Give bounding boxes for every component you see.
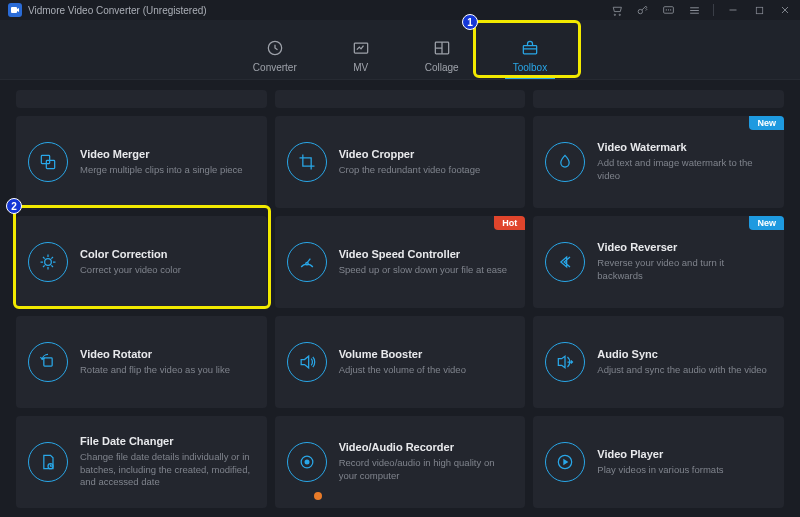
key-icon[interactable] <box>635 3 649 17</box>
new-badge: New <box>749 216 784 230</box>
toolbox-stage: Video Merger Merge multiple clips into a… <box>0 80 800 517</box>
speed-icon <box>287 242 327 282</box>
tool-card-color-correction[interactable]: Color Correction Correct your video colo… <box>16 216 267 308</box>
maximize-icon[interactable] <box>752 3 766 17</box>
svg-rect-10 <box>41 155 49 163</box>
tool-card-video-reverser[interactable]: New Video Reverser Reverse your video an… <box>533 216 784 308</box>
tab-label: MV <box>353 62 368 73</box>
tool-desc: Adjust and sync the audio with the video <box>597 364 770 377</box>
tool-desc: Play videos in various formats <box>597 464 770 477</box>
audio-sync-icon <box>545 342 585 382</box>
tool-desc: Record video/audio in high quality on yo… <box>339 457 512 483</box>
reverser-icon <box>545 242 585 282</box>
tool-title: Audio Sync <box>597 348 770 360</box>
tool-title: Video Reverser <box>597 241 770 253</box>
main-tabs: Converter MV Collage Toolbox 1 <box>0 20 800 80</box>
tab-label: Collage <box>425 62 459 73</box>
tool-title: Video Cropper <box>339 148 512 160</box>
rotator-icon <box>28 342 68 382</box>
tool-card-video-player[interactable]: Video Player Play videos in various form… <box>533 416 784 508</box>
tool-card-stub[interactable] <box>275 90 526 108</box>
tool-card-video-rotator[interactable]: Video Rotator Rotate and flip the video … <box>16 316 267 408</box>
new-badge: New <box>749 116 784 130</box>
svg-rect-9 <box>523 46 536 54</box>
player-icon <box>545 442 585 482</box>
close-icon[interactable] <box>778 3 792 17</box>
window-title: Vidmore Video Converter (Unregistered) <box>28 5 207 16</box>
tool-desc: Crop the redundant video footage <box>339 164 512 177</box>
collage-icon <box>432 38 452 58</box>
watermark-icon <box>545 142 585 182</box>
tool-card-file-date-changer[interactable]: File Date Changer Change file date detai… <box>16 416 267 508</box>
window-controls <box>609 3 792 17</box>
tool-title: Video Watermark <box>597 141 770 153</box>
tab-label: Toolbox <box>513 62 547 73</box>
mv-icon <box>351 38 371 58</box>
svg-point-1 <box>614 14 615 15</box>
notification-dot <box>314 492 322 500</box>
tool-desc: Add text and image watermark to the vide… <box>597 157 770 183</box>
tab-label: Converter <box>253 62 297 73</box>
tab-converter[interactable]: Converter <box>253 38 297 79</box>
annotation-badge-1: 1 <box>462 14 478 30</box>
tool-desc: Correct your video color <box>80 264 253 277</box>
tool-card-video-cropper[interactable]: Video Cropper Crop the redundant video f… <box>275 116 526 208</box>
tool-desc: Change file date details individually or… <box>80 451 253 489</box>
tab-collage[interactable]: Collage <box>425 38 459 79</box>
tool-title: Video/Audio Recorder <box>339 441 512 453</box>
svg-rect-14 <box>44 358 52 366</box>
color-correction-icon <box>28 242 68 282</box>
hot-badge: Hot <box>494 216 525 230</box>
tool-card-audio-sync[interactable]: Audio Sync Adjust and sync the audio wit… <box>533 316 784 408</box>
tool-desc: Adjust the volume of the video <box>339 364 512 377</box>
annotation-badge-2: 2 <box>6 198 22 214</box>
svg-point-3 <box>638 9 642 13</box>
tool-title: Video Player <box>597 448 770 460</box>
svg-point-12 <box>45 259 52 266</box>
recorder-icon <box>287 442 327 482</box>
titlebar: Vidmore Video Converter (Unregistered) <box>0 0 800 20</box>
toolbox-grid: Video Merger Merge multiple clips into a… <box>0 80 800 517</box>
merger-icon <box>28 142 68 182</box>
tool-card-volume-booster[interactable]: Volume Booster Adjust the volume of the … <box>275 316 526 408</box>
converter-icon <box>265 38 285 58</box>
feedback-icon[interactable] <box>661 3 675 17</box>
tab-toolbox[interactable]: Toolbox <box>513 38 547 79</box>
svg-point-17 <box>304 460 309 465</box>
tool-title: Video Merger <box>80 148 253 160</box>
tool-card-va-recorder[interactable]: Video/Audio Recorder Record video/audio … <box>275 416 526 508</box>
tool-card-video-merger[interactable]: Video Merger Merge multiple clips into a… <box>16 116 267 208</box>
tab-mv[interactable]: MV <box>351 38 371 79</box>
tool-card-video-speed[interactable]: Hot Video Speed Controller Speed up or s… <box>275 216 526 308</box>
cart-icon[interactable] <box>609 3 623 17</box>
tool-desc: Speed up or slow down your file at ease <box>339 264 512 277</box>
app-logo-icon <box>8 3 22 17</box>
tool-desc: Rotate and flip the video as you like <box>80 364 253 377</box>
file-date-icon <box>28 442 68 482</box>
tool-desc: Reverse your video and turn it backwards <box>597 257 770 283</box>
tool-desc: Merge multiple clips into a single piece <box>80 164 253 177</box>
tool-card-stub[interactable] <box>533 90 784 108</box>
svg-rect-5 <box>756 7 762 13</box>
svg-point-2 <box>619 14 620 15</box>
svg-rect-11 <box>46 160 54 168</box>
toolbox-icon <box>520 38 540 58</box>
minimize-icon[interactable] <box>726 3 740 17</box>
tool-card-video-watermark[interactable]: New Video Watermark Add text and image w… <box>533 116 784 208</box>
tool-title: File Date Changer <box>80 435 253 447</box>
cropper-icon <box>287 142 327 182</box>
tool-title: Video Speed Controller <box>339 248 512 260</box>
menu-icon[interactable] <box>687 3 701 17</box>
tool-title: Video Rotator <box>80 348 253 360</box>
tool-card-stub[interactable] <box>16 90 267 108</box>
volume-icon <box>287 342 327 382</box>
tool-title: Volume Booster <box>339 348 512 360</box>
svg-rect-0 <box>11 7 17 13</box>
tool-title: Color Correction <box>80 248 253 260</box>
